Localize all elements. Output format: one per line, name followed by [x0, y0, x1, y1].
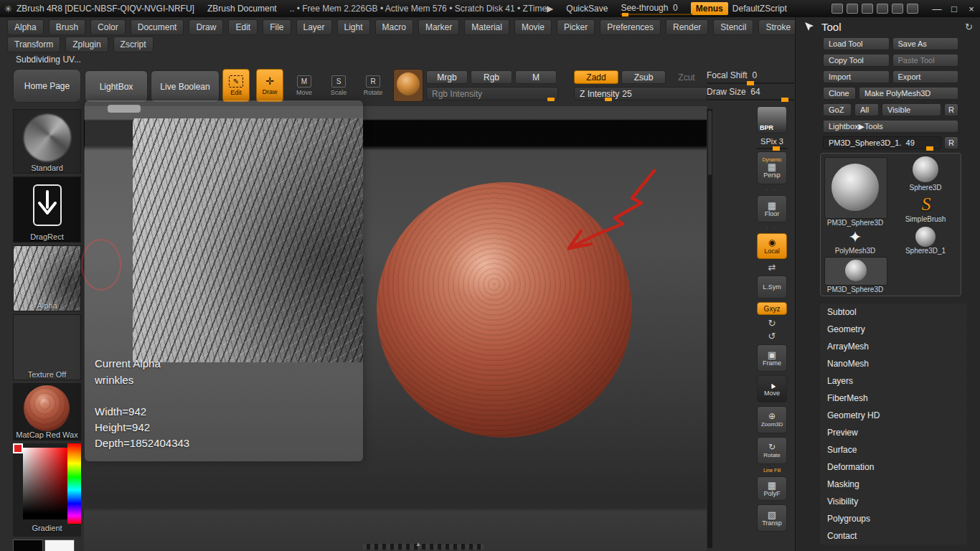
z-intensity-nub[interactable]	[605, 98, 612, 101]
rotate-mode-button[interactable]: R Rotate	[359, 69, 387, 102]
rgb-intensity-slider[interactable]: Rgb Intensity	[426, 87, 558, 100]
mrgb-button[interactable]: Mrgb	[426, 70, 468, 84]
menu-color[interactable]: Color	[90, 19, 126, 35]
color-picker[interactable]: Gradient	[13, 443, 81, 537]
rgb-button[interactable]: Rgb	[471, 70, 512, 84]
focal-shift-nub[interactable]	[747, 81, 754, 85]
save-as-button[interactable]: Save As	[892, 37, 959, 50]
tablet-pressure-alt-icon[interactable]	[847, 4, 858, 14]
make-polymesh3d-button[interactable]: Make PolyMesh3D	[859, 87, 958, 100]
menu-stroke[interactable]: Stroke	[758, 19, 798, 35]
zadd-button[interactable]: Zadd	[574, 70, 618, 84]
section-deformation[interactable]: Deformation	[820, 458, 967, 476]
tool-name-nub[interactable]	[926, 146, 933, 151]
tool-menu-cursor-icon[interactable]	[804, 22, 816, 32]
menu-alpha[interactable]: Alpha	[7, 19, 44, 35]
bpr-render-button[interactable]: BPR	[757, 106, 787, 133]
lsym-button[interactable]: L.Sym	[757, 276, 787, 298]
import-button[interactable]: Import	[823, 70, 890, 83]
secondary-color-swatch[interactable]	[44, 540, 75, 551]
current-alpha-thumbnail[interactable]: Alpha	[13, 245, 81, 311]
saturation-value-square[interactable]	[23, 448, 67, 519]
canvas-horizontal-scrollbar[interactable]: ▲	[362, 544, 484, 550]
goz-button[interactable]: GoZ	[823, 103, 852, 116]
menus-toggle-button[interactable]: Menus	[691, 2, 728, 15]
restore-configuration-icon[interactable]: ↻	[965, 22, 973, 32]
menu-macro[interactable]: Macro	[375, 19, 413, 35]
section-masking[interactable]: Masking	[820, 476, 967, 493]
minimize-button[interactable]: —	[928, 4, 946, 14]
zcut-button[interactable]: Zcut	[669, 70, 705, 84]
tool-item-simplebrush[interactable]: S	[915, 194, 937, 212]
section-nanomesh[interactable]: NanoMesh	[820, 355, 967, 372]
selected-color-swatch[interactable]	[13, 443, 23, 453]
gxyz-button[interactable]: Gxyz	[757, 302, 787, 315]
lightbox-button[interactable]: LightBox	[85, 70, 148, 103]
visible-button[interactable]: Visible	[882, 103, 941, 116]
menu-draw[interactable]: Draw	[189, 19, 223, 35]
home-page-button[interactable]: Home Page	[13, 69, 81, 103]
zsub-button[interactable]: Zsub	[621, 70, 666, 84]
copy-doc-icon[interactable]	[862, 4, 873, 14]
current-material-thumbnail[interactable]	[393, 69, 423, 102]
zoom3d-button[interactable]: ⊕ Zoom3D	[757, 406, 787, 433]
swap-axis-icon[interactable]: ⇄	[768, 263, 776, 272]
menu-marker[interactable]: Marker	[418, 19, 459, 35]
vscroll-thumb[interactable]	[708, 110, 712, 175]
hue-strip[interactable]	[67, 443, 81, 524]
section-layers[interactable]: Layers	[820, 372, 967, 390]
section-fibermesh[interactable]: FiberMesh	[820, 390, 967, 407]
section-preview[interactable]: Preview	[820, 424, 967, 441]
tool-r-button[interactable]: R	[944, 136, 958, 149]
load-tool-button[interactable]: Load Tool	[823, 37, 890, 50]
menu-file[interactable]: File	[263, 19, 291, 35]
tool-name-slider[interactable]: PM3D_Sphere3D_1. 49	[823, 136, 941, 149]
printer-alt-icon[interactable]	[892, 4, 903, 14]
document-canvas[interactable]: Current Alpha wrinkles Width=942 Height=…	[84, 106, 707, 551]
menu-movie[interactable]: Movie	[514, 19, 552, 35]
scale-mode-button[interactable]: S Scale	[325, 69, 352, 102]
menu-document[interactable]: Document	[131, 19, 184, 35]
section-contact[interactable]: Contact	[820, 527, 967, 545]
menu-picker[interactable]: Picker	[557, 19, 595, 35]
current-brush-thumbnail[interactable]: Standard	[13, 109, 81, 174]
spix-nub[interactable]	[773, 146, 780, 151]
menu-zplugin[interactable]: Zplugin	[65, 37, 108, 52]
z-intensity-slider[interactable]: Z Intensity 25	[574, 87, 707, 100]
menu-zscript[interactable]: Zscript	[113, 37, 154, 52]
section-geometry-hd[interactable]: Geometry HD	[820, 407, 967, 424]
menu-render[interactable]: Render	[666, 19, 708, 35]
section-visibility[interactable]: Visibility	[820, 493, 967, 510]
lock-icon[interactable]	[907, 4, 918, 14]
draw-mode-button[interactable]: ✛ Draw	[256, 69, 283, 102]
section-polygroups[interactable]: Polygroups	[820, 510, 967, 527]
rgb-intensity-nub[interactable]	[547, 98, 555, 101]
frame-button[interactable]: ▣ Frame	[757, 344, 787, 372]
transp-button[interactable]: ▧ Transp	[757, 504, 787, 532]
dynamic-persp-button[interactable]: Dynamic ▦ Persp	[757, 151, 787, 184]
menu-material[interactable]: Material	[464, 19, 509, 35]
tool-item-pm3d-sphere3d-large[interactable]	[824, 157, 887, 219]
lightbox-tools-button[interactable]: Lightbox▶Tools	[823, 120, 958, 133]
rotate-ccw-icon[interactable]: ↺	[768, 331, 776, 341]
close-button[interactable]: ×	[963, 4, 980, 14]
rotate-3d-button[interactable]: ↻ Rotate	[757, 437, 787, 464]
quicksave-button[interactable]: QuickSave	[566, 4, 608, 14]
draw-size-nub[interactable]	[781, 98, 788, 102]
overlay-handle[interactable]	[108, 105, 141, 113]
goz-r-button[interactable]: R	[944, 103, 958, 116]
main-color-swatch[interactable]	[13, 540, 43, 551]
default-zscript-button[interactable]: DefaultZScript	[732, 4, 787, 14]
floor-button[interactable]: ▦ Floor	[757, 195, 787, 222]
tool-item-sphere3d[interactable]	[913, 156, 938, 182]
current-material-tray-thumbnail[interactable]: MatCap Red Wax	[13, 383, 81, 441]
paste-tool-button[interactable]: Paste Tool	[892, 54, 959, 67]
section-geometry[interactable]: Geometry	[820, 321, 967, 338]
live-boolean-button[interactable]: Live Boolean	[151, 70, 220, 103]
canvas-vertical-scrollbar[interactable]	[707, 109, 712, 548]
tool-item-pm3d-sphere3d-current[interactable]	[824, 257, 887, 286]
local-symmetry-button[interactable]: ◉ Local	[757, 233, 787, 259]
see-through-slider[interactable]: See-through 0	[621, 3, 677, 14]
menu-stencil[interactable]: Stencil	[713, 19, 753, 35]
all-button[interactable]: All	[854, 103, 879, 116]
